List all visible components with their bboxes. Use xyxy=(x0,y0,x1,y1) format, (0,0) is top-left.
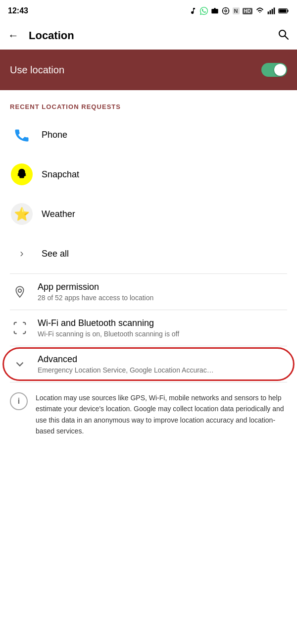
svg-point-1 xyxy=(214,10,216,12)
snapchat-label: Snapchat xyxy=(42,169,79,180)
advanced-wrapper: Advanced Emergency Location Service, Goo… xyxy=(0,346,297,382)
phone-app-icon xyxy=(10,123,34,147)
list-item-snapchat[interactable]: Snapchat xyxy=(0,155,297,194)
status-bar: 12:43 N HD xyxy=(0,0,297,22)
crosshair-icon xyxy=(222,7,230,15)
weather-text: Weather xyxy=(42,209,75,219)
use-location-label: Use location xyxy=(10,64,64,76)
info-box: i Location may use sources like GPS, Wi-… xyxy=(0,382,297,447)
svg-rect-8 xyxy=(268,11,269,14)
svg-rect-9 xyxy=(270,10,271,14)
header-left: ← Location xyxy=(8,29,74,42)
weather-app-icon: ⭐ xyxy=(10,202,34,226)
location-pin-icon xyxy=(10,282,30,302)
app-permission-title: App permission xyxy=(38,282,153,292)
see-all-text: See all xyxy=(42,249,69,259)
header: ← Location xyxy=(0,22,297,50)
svg-line-16 xyxy=(285,36,289,40)
snapchat-app-icon xyxy=(10,162,34,186)
list-item-weather[interactable]: ⭐ Weather xyxy=(0,194,297,234)
recent-requests-section: RECENT LOCATION REQUESTS xyxy=(0,90,297,115)
toggle-thumb xyxy=(274,64,286,76)
svg-rect-10 xyxy=(272,9,273,14)
svg-point-3 xyxy=(225,10,227,12)
settings-item-wifi-bluetooth[interactable]: Wi-Fi and Bluetooth scanning Wi-Fi scann… xyxy=(0,310,297,346)
svg-rect-14 xyxy=(279,9,287,13)
svg-point-17 xyxy=(18,289,22,293)
advanced-title: Advanced xyxy=(38,354,214,365)
weather-label: Weather xyxy=(42,209,75,219)
wifi-icon xyxy=(255,7,264,15)
status-time: 12:43 xyxy=(8,6,28,15)
see-all-label: See all xyxy=(42,249,69,259)
use-location-toggle[interactable] xyxy=(261,63,287,77)
svg-rect-13 xyxy=(287,10,288,12)
weather-circle: ⭐ xyxy=(11,203,33,225)
snapchat-text: Snapchat xyxy=(42,169,79,180)
advanced-text: Advanced Emergency Location Service, Goo… xyxy=(38,354,214,374)
nfc-icon: N xyxy=(233,7,240,14)
toggle-track xyxy=(261,63,287,77)
phone-text: Phone xyxy=(42,130,67,140)
list-item-phone[interactable]: Phone xyxy=(0,115,297,155)
chevron-down-icon xyxy=(10,354,30,374)
vowifi-icon: HD xyxy=(243,8,252,14)
wifi-bluetooth-text: Wi-Fi and Bluetooth scanning Wi-Fi scann… xyxy=(38,318,179,338)
snapchat-circle xyxy=(11,163,33,185)
page-title: Location xyxy=(29,29,74,42)
svg-rect-11 xyxy=(274,7,275,14)
info-text: Location may use sources like GPS, Wi-Fi… xyxy=(36,392,287,437)
section-label-recent: RECENT LOCATION REQUESTS xyxy=(10,103,121,110)
music-icon xyxy=(189,7,197,15)
status-icons: N HD xyxy=(189,7,289,15)
back-button[interactable]: ← xyxy=(8,29,19,42)
signal-icon xyxy=(267,7,275,15)
wifi-bluetooth-title: Wi-Fi and Bluetooth scanning xyxy=(38,318,179,328)
battery-icon xyxy=(278,7,289,14)
info-icon: i xyxy=(10,392,28,410)
settings-item-app-permission[interactable]: App permission 28 of 52 apps have access… xyxy=(0,274,297,310)
settings-item-advanced[interactable]: Advanced Emergency Location Service, Goo… xyxy=(0,346,297,382)
scan-icon xyxy=(10,318,30,338)
advanced-subtitle: Emergency Location Service, Google Locat… xyxy=(38,366,214,374)
app-permission-text: App permission 28 of 52 apps have access… xyxy=(38,282,153,302)
use-location-banner[interactable]: Use location xyxy=(0,50,297,90)
see-all-icon: › xyxy=(10,242,34,266)
wifi-bluetooth-subtitle: Wi-Fi scanning is on, Bluetooth scanning… xyxy=(38,330,179,338)
media-icon xyxy=(211,7,219,15)
phone-label: Phone xyxy=(42,130,67,140)
list-item-see-all[interactable]: › See all xyxy=(0,234,297,273)
search-button[interactable] xyxy=(277,28,289,43)
whatsapp-icon xyxy=(200,7,208,15)
app-permission-subtitle: 28 of 52 apps have access to location xyxy=(38,294,153,302)
